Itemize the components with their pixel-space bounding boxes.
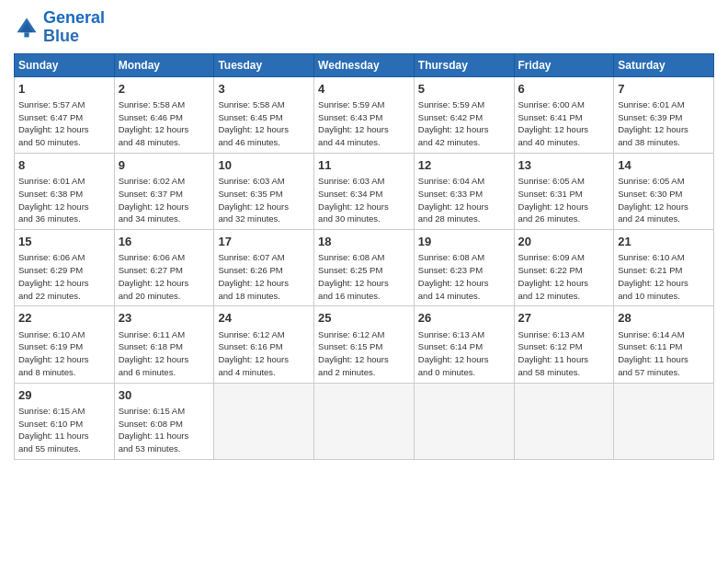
page: General Blue SundayMondayTuesdayWednesda… [0, 0, 728, 563]
calendar: SundayMondayTuesdayWednesdayThursdayFrid… [14, 53, 714, 460]
day-number: 6 [518, 81, 610, 98]
day-number: 2 [119, 81, 210, 98]
cell-info: Sunrise: 6:12 AMSunset: 6:16 PMDaylight:… [218, 328, 310, 379]
cell-info: Sunrise: 6:13 AMSunset: 6:14 PMDaylight:… [418, 328, 510, 379]
calendar-cell: 21Sunrise: 6:10 AMSunset: 6:21 PMDayligh… [614, 230, 714, 306]
calendar-cell: 14Sunrise: 6:05 AMSunset: 6:30 PMDayligh… [614, 153, 714, 229]
cell-info: Sunrise: 6:10 AMSunset: 6:19 PMDaylight:… [18, 328, 110, 379]
day-number: 5 [418, 81, 510, 98]
day-number: 8 [18, 157, 110, 174]
cell-info: Sunrise: 6:05 AMSunset: 6:30 PMDaylight:… [618, 175, 710, 225]
day-number: 24 [218, 310, 310, 327]
calendar-cell: 15Sunrise: 6:06 AMSunset: 6:29 PMDayligh… [15, 230, 115, 306]
cell-info: Sunrise: 6:15 AMSunset: 6:08 PMDaylight:… [119, 405, 210, 455]
calendar-cell: 25Sunrise: 6:12 AMSunset: 6:15 PMDayligh… [314, 306, 415, 383]
column-header-friday: Friday [514, 53, 614, 76]
calendar-cell: 17Sunrise: 6:07 AMSunset: 6:26 PMDayligh… [214, 230, 314, 306]
day-number: 23 [119, 310, 210, 327]
calendar-cell: 30Sunrise: 6:15 AMSunset: 6:08 PMDayligh… [114, 383, 214, 459]
column-header-sunday: Sunday [15, 53, 115, 76]
calendar-cell: 29Sunrise: 6:15 AMSunset: 6:10 PMDayligh… [15, 383, 115, 459]
calendar-cell [314, 383, 415, 459]
calendar-cell [514, 383, 614, 459]
calendar-header-row: SundayMondayTuesdayWednesdayThursdayFrid… [15, 53, 714, 76]
calendar-cell: 26Sunrise: 6:13 AMSunset: 6:14 PMDayligh… [414, 306, 514, 383]
calendar-cell: 16Sunrise: 6:06 AMSunset: 6:27 PMDayligh… [114, 230, 214, 306]
calendar-cell [614, 383, 714, 459]
calendar-cell: 6Sunrise: 6:00 AMSunset: 6:41 PMDaylight… [514, 76, 614, 153]
day-number: 15 [18, 234, 110, 250]
calendar-cell: 23Sunrise: 6:11 AMSunset: 6:18 PMDayligh… [114, 306, 214, 383]
day-number: 22 [18, 310, 110, 327]
calendar-cell [214, 383, 314, 459]
day-number: 18 [318, 234, 410, 250]
column-header-monday: Monday [114, 53, 214, 76]
cell-info: Sunrise: 5:58 AMSunset: 6:45 PMDaylight:… [218, 98, 310, 149]
day-number: 21 [618, 234, 710, 250]
day-number: 20 [518, 234, 610, 250]
day-number: 28 [618, 310, 710, 327]
cell-info: Sunrise: 6:14 AMSunset: 6:11 PMDaylight:… [618, 328, 710, 379]
cell-info: Sunrise: 5:58 AMSunset: 6:46 PMDaylight:… [119, 98, 210, 149]
day-number: 10 [218, 157, 310, 174]
logo-icon [14, 15, 40, 40]
day-number: 19 [418, 234, 510, 250]
cell-info: Sunrise: 6:08 AMSunset: 6:23 PMDaylight:… [418, 251, 510, 302]
cell-info: Sunrise: 6:07 AMSunset: 6:26 PMDaylight:… [218, 251, 310, 302]
cell-info: Sunrise: 6:15 AMSunset: 6:10 PMDaylight:… [18, 405, 110, 455]
svg-rect-2 [24, 32, 28, 37]
calendar-cell: 13Sunrise: 6:05 AMSunset: 6:31 PMDayligh… [514, 153, 614, 229]
calendar-cell: 8Sunrise: 6:01 AMSunset: 6:38 PMDaylight… [15, 153, 115, 229]
calendar-cell: 24Sunrise: 6:12 AMSunset: 6:16 PMDayligh… [214, 306, 314, 383]
day-number: 1 [18, 81, 110, 98]
day-number: 17 [218, 234, 310, 250]
day-number: 11 [318, 157, 410, 174]
calendar-cell: 27Sunrise: 6:13 AMSunset: 6:12 PMDayligh… [514, 306, 614, 383]
calendar-cell: 18Sunrise: 6:08 AMSunset: 6:25 PMDayligh… [314, 230, 415, 306]
cell-info: Sunrise: 6:06 AMSunset: 6:27 PMDaylight:… [119, 251, 210, 302]
cell-info: Sunrise: 6:03 AMSunset: 6:35 PMDaylight:… [218, 175, 310, 225]
cell-info: Sunrise: 5:57 AMSunset: 6:47 PMDaylight:… [18, 98, 110, 149]
cell-info: Sunrise: 6:01 AMSunset: 6:38 PMDaylight:… [18, 175, 110, 225]
calendar-cell: 20Sunrise: 6:09 AMSunset: 6:22 PMDayligh… [514, 230, 614, 306]
calendar-cell: 7Sunrise: 6:01 AMSunset: 6:39 PMDaylight… [614, 76, 714, 153]
calendar-cell: 1Sunrise: 5:57 AMSunset: 6:47 PMDaylight… [15, 76, 115, 153]
calendar-cell: 9Sunrise: 6:02 AMSunset: 6:37 PMDaylight… [114, 153, 214, 229]
cell-info: Sunrise: 6:06 AMSunset: 6:29 PMDaylight:… [18, 251, 110, 302]
day-number: 29 [18, 387, 110, 404]
day-number: 4 [318, 81, 410, 98]
column-header-saturday: Saturday [614, 53, 714, 76]
calendar-cell: 28Sunrise: 6:14 AMSunset: 6:11 PMDayligh… [614, 306, 714, 383]
cell-info: Sunrise: 6:12 AMSunset: 6:15 PMDaylight:… [318, 328, 410, 379]
day-number: 13 [518, 157, 610, 174]
calendar-cell: 2Sunrise: 5:58 AMSunset: 6:46 PMDaylight… [114, 76, 214, 153]
logo-text: General Blue [43, 9, 105, 46]
day-number: 26 [418, 310, 510, 327]
cell-info: Sunrise: 6:08 AMSunset: 6:25 PMDaylight:… [318, 251, 410, 302]
cell-info: Sunrise: 6:01 AMSunset: 6:39 PMDaylight:… [618, 98, 710, 149]
calendar-cell: 3Sunrise: 5:58 AMSunset: 6:45 PMDaylight… [214, 76, 314, 153]
cell-info: Sunrise: 6:13 AMSunset: 6:12 PMDaylight:… [518, 328, 610, 379]
cell-info: Sunrise: 6:09 AMSunset: 6:22 PMDaylight:… [518, 251, 610, 302]
calendar-cell [414, 383, 514, 459]
day-number: 3 [218, 81, 310, 98]
day-number: 25 [318, 310, 410, 327]
calendar-cell: 19Sunrise: 6:08 AMSunset: 6:23 PMDayligh… [414, 230, 514, 306]
calendar-cell: 5Sunrise: 5:59 AMSunset: 6:42 PMDaylight… [414, 76, 514, 153]
cell-info: Sunrise: 5:59 AMSunset: 6:43 PMDaylight:… [318, 98, 410, 149]
cell-info: Sunrise: 6:03 AMSunset: 6:34 PMDaylight:… [318, 175, 410, 225]
day-number: 16 [119, 234, 210, 250]
cell-info: Sunrise: 6:05 AMSunset: 6:31 PMDaylight:… [518, 175, 610, 225]
calendar-cell: 4Sunrise: 5:59 AMSunset: 6:43 PMDaylight… [314, 76, 415, 153]
calendar-cell: 12Sunrise: 6:04 AMSunset: 6:33 PMDayligh… [414, 153, 514, 229]
column-header-tuesday: Tuesday [214, 53, 314, 76]
header: General Blue [14, 9, 714, 46]
column-header-wednesday: Wednesday [314, 53, 415, 76]
logo: General Blue [14, 9, 105, 46]
day-number: 7 [618, 81, 710, 98]
calendar-cell: 11Sunrise: 6:03 AMSunset: 6:34 PMDayligh… [314, 153, 415, 229]
day-number: 27 [518, 310, 610, 327]
day-number: 9 [119, 157, 210, 174]
day-number: 12 [418, 157, 510, 174]
calendar-cell: 10Sunrise: 6:03 AMSunset: 6:35 PMDayligh… [214, 153, 314, 229]
